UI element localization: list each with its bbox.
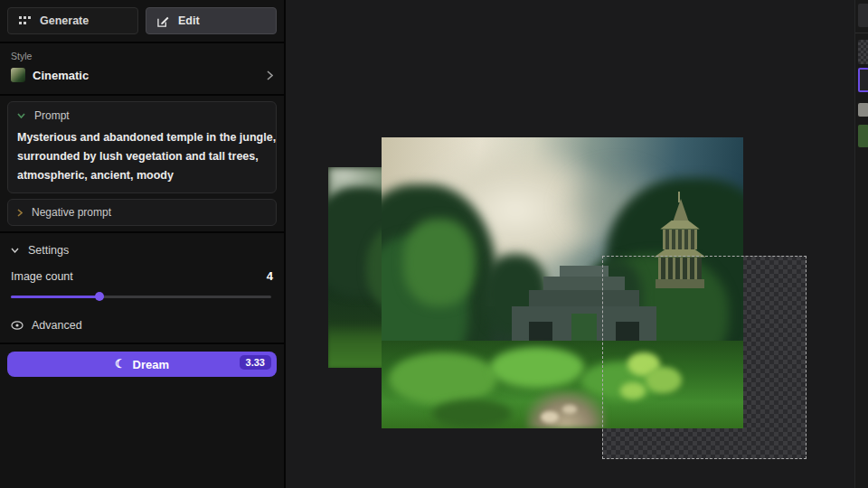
tab-edit-label: Edit	[178, 14, 200, 27]
trees-left	[403, 219, 476, 306]
dream-button-label: Dream	[133, 358, 169, 371]
layer-thumbnail[interactable]	[858, 40, 868, 64]
layer-thumbnail[interactable]	[858, 103, 868, 117]
prompt-text[interactable]: Mysterious and abandoned temple in the j…	[17, 128, 278, 185]
edit-pencil-icon	[157, 15, 169, 27]
image-count-value: 4	[267, 269, 273, 283]
negative-prompt-header[interactable]: Negative prompt	[17, 206, 267, 219]
mode-tabs: Generate Edit	[0, 0, 284, 42]
dream-cost-badge: 3.33	[240, 355, 271, 370]
settings-label: Settings	[28, 244, 69, 257]
grass-tuft	[432, 399, 512, 428]
grass-tuft	[389, 352, 497, 405]
editor-canvas[interactable]	[288, 0, 854, 488]
layers-panel-strip	[854, 0, 868, 488]
chevron-right-icon	[17, 209, 23, 217]
panel-divider	[855, 33, 868, 33]
image-count-slider[interactable]	[11, 292, 271, 301]
eye-icon	[11, 321, 24, 330]
layer-thumbnail-selected[interactable]	[858, 68, 868, 92]
style-label: Style	[11, 51, 273, 61]
style-thumbnail	[11, 68, 25, 82]
advanced-label: Advanced	[32, 319, 82, 332]
image-count-label: Image count	[11, 270, 73, 283]
slider-fill	[11, 296, 99, 298]
section-divider	[0, 94, 284, 96]
dream-button-area: ☾ Dream 3.33	[0, 344, 284, 384]
chevron-down-icon	[11, 248, 19, 253]
slider-thumb[interactable]	[95, 292, 104, 301]
tab-edit[interactable]: Edit	[146, 7, 277, 34]
image-count-row: Image count 4	[0, 260, 284, 283]
style-selector[interactable]: Cinematic	[11, 65, 273, 85]
style-value: Cinematic	[33, 69, 259, 82]
path-stones	[562, 405, 577, 414]
style-section: Style Cinematic	[0, 43, 284, 94]
layer-thumbnail[interactable]	[858, 125, 868, 147]
path-stones	[541, 411, 559, 423]
advanced-toggle[interactable]: Advanced	[0, 306, 284, 343]
prompt-header[interactable]: Prompt	[17, 109, 267, 122]
chevron-down-icon	[17, 113, 25, 118]
app-window: Generate Edit Style Cinematic	[0, 0, 868, 488]
layer-thumbnail[interactable]	[858, 4, 868, 27]
prompt-label: Prompt	[34, 109, 70, 122]
chevron-right-icon	[267, 70, 273, 80]
tab-generate[interactable]: Generate	[7, 7, 138, 34]
settings-header[interactable]: Settings	[0, 233, 284, 260]
negative-prompt-card: Negative prompt	[7, 199, 277, 226]
tab-generate-label: Generate	[40, 14, 89, 27]
selection-region[interactable]	[602, 256, 807, 459]
moon-icon: ☾	[115, 358, 126, 370]
sidebar: Generate Edit Style Cinematic	[0, 0, 286, 488]
dream-button[interactable]: ☾ Dream 3.33	[7, 352, 277, 377]
grass-tuft	[490, 347, 584, 388]
prompt-card: Prompt Mysterious and abandoned temple i…	[7, 101, 277, 193]
generate-grid-icon	[19, 16, 31, 26]
negative-prompt-label: Negative prompt	[32, 206, 111, 219]
